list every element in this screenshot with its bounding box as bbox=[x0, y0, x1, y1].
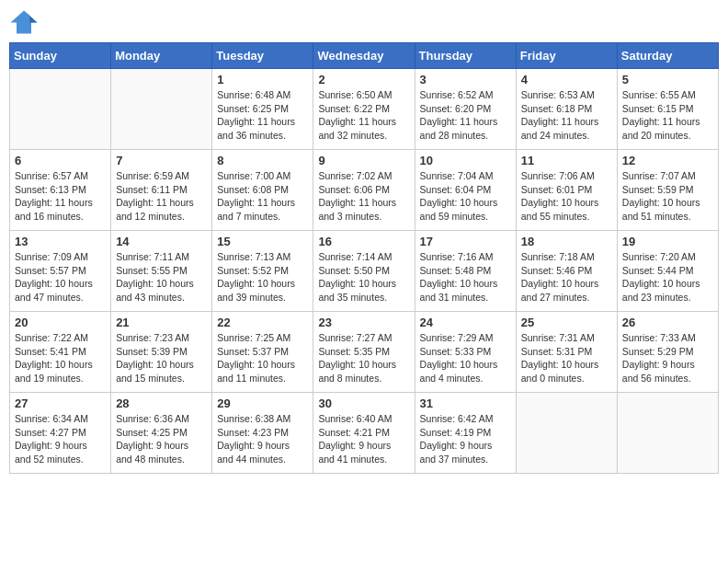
day-info: Sunrise: 7:20 AM Sunset: 5:44 PM Dayligh… bbox=[622, 250, 713, 304]
day-number: 31 bbox=[420, 396, 511, 410]
calendar-cell: 27Sunrise: 6:34 AM Sunset: 4:27 PM Dayli… bbox=[10, 393, 111, 474]
day-number: 3 bbox=[420, 73, 511, 86]
weekday-header-row: SundayMondayTuesdayWednesdayThursdayFrid… bbox=[10, 43, 719, 69]
calendar-cell: 14Sunrise: 7:11 AM Sunset: 5:55 PM Dayli… bbox=[111, 231, 212, 312]
calendar-week-3: 13Sunrise: 7:09 AM Sunset: 5:57 PM Dayli… bbox=[10, 231, 719, 312]
calendar-cell: 15Sunrise: 7:13 AM Sunset: 5:52 PM Dayli… bbox=[212, 231, 313, 312]
calendar-table: SundayMondayTuesdayWednesdayThursdayFrid… bbox=[9, 42, 719, 474]
day-info: Sunrise: 6:59 AM Sunset: 6:11 PM Dayligh… bbox=[116, 169, 207, 224]
calendar-week-5: 27Sunrise: 6:34 AM Sunset: 4:27 PM Dayli… bbox=[10, 393, 719, 474]
header bbox=[9, 9, 719, 35]
day-info: Sunrise: 7:33 AM Sunset: 5:29 PM Dayligh… bbox=[622, 331, 713, 385]
calendar-cell: 11Sunrise: 7:06 AM Sunset: 6:01 PM Dayli… bbox=[516, 150, 617, 231]
day-number: 28 bbox=[116, 396, 207, 410]
day-info: Sunrise: 6:52 AM Sunset: 6:20 PM Dayligh… bbox=[420, 88, 511, 143]
day-number: 2 bbox=[318, 73, 409, 86]
day-info: Sunrise: 6:57 AM Sunset: 6:13 PM Dayligh… bbox=[15, 169, 106, 224]
day-info: Sunrise: 6:48 AM Sunset: 6:25 PM Dayligh… bbox=[217, 88, 308, 143]
day-info: Sunrise: 7:16 AM Sunset: 5:48 PM Dayligh… bbox=[420, 250, 511, 304]
calendar-cell: 24Sunrise: 7:29 AM Sunset: 5:33 PM Dayli… bbox=[415, 312, 516, 393]
weekday-header-thursday: Thursday bbox=[415, 43, 516, 69]
day-number: 19 bbox=[622, 235, 713, 248]
day-number: 15 bbox=[217, 235, 308, 248]
calendar-cell: 20Sunrise: 7:22 AM Sunset: 5:41 PM Dayli… bbox=[10, 312, 111, 393]
day-number: 21 bbox=[116, 316, 207, 329]
day-number: 14 bbox=[116, 235, 207, 248]
day-number: 8 bbox=[217, 154, 308, 167]
day-number: 7 bbox=[116, 154, 207, 167]
calendar-cell: 16Sunrise: 7:14 AM Sunset: 5:50 PM Dayli… bbox=[313, 231, 415, 312]
weekday-header-tuesday: Tuesday bbox=[212, 43, 313, 69]
calendar-cell: 5Sunrise: 6:55 AM Sunset: 6:15 PM Daylig… bbox=[617, 69, 718, 150]
calendar-cell: 10Sunrise: 7:04 AM Sunset: 6:04 PM Dayli… bbox=[415, 150, 516, 231]
calendar-cell: 28Sunrise: 6:36 AM Sunset: 4:25 PM Dayli… bbox=[111, 393, 212, 474]
day-info: Sunrise: 6:42 AM Sunset: 4:19 PM Dayligh… bbox=[420, 412, 511, 466]
calendar-cell: 17Sunrise: 7:16 AM Sunset: 5:48 PM Dayli… bbox=[415, 231, 516, 312]
day-info: Sunrise: 6:38 AM Sunset: 4:23 PM Dayligh… bbox=[217, 412, 308, 466]
day-number: 17 bbox=[420, 235, 511, 248]
day-number: 22 bbox=[217, 316, 308, 329]
day-info: Sunrise: 7:00 AM Sunset: 6:08 PM Dayligh… bbox=[217, 169, 308, 224]
day-number: 20 bbox=[15, 316, 106, 329]
calendar-cell: 3Sunrise: 6:52 AM Sunset: 6:20 PM Daylig… bbox=[415, 69, 516, 150]
calendar-cell: 7Sunrise: 6:59 AM Sunset: 6:11 PM Daylig… bbox=[111, 150, 212, 231]
day-number: 1 bbox=[217, 73, 308, 86]
calendar-cell bbox=[10, 69, 111, 150]
calendar-cell: 8Sunrise: 7:00 AM Sunset: 6:08 PM Daylig… bbox=[212, 150, 313, 231]
calendar-cell: 13Sunrise: 7:09 AM Sunset: 5:57 PM Dayli… bbox=[10, 231, 111, 312]
day-info: Sunrise: 6:50 AM Sunset: 6:22 PM Dayligh… bbox=[318, 88, 409, 143]
day-info: Sunrise: 7:04 AM Sunset: 6:04 PM Dayligh… bbox=[420, 169, 511, 224]
day-info: Sunrise: 6:55 AM Sunset: 6:15 PM Dayligh… bbox=[622, 88, 713, 143]
day-info: Sunrise: 6:40 AM Sunset: 4:21 PM Dayligh… bbox=[318, 412, 409, 466]
calendar-week-2: 6Sunrise: 6:57 AM Sunset: 6:13 PM Daylig… bbox=[10, 150, 719, 231]
day-info: Sunrise: 7:13 AM Sunset: 5:52 PM Dayligh… bbox=[217, 250, 308, 304]
day-info: Sunrise: 7:29 AM Sunset: 5:33 PM Dayligh… bbox=[420, 331, 511, 385]
calendar-cell: 21Sunrise: 7:23 AM Sunset: 5:39 PM Dayli… bbox=[111, 312, 212, 393]
calendar-cell bbox=[111, 69, 212, 150]
day-number: 10 bbox=[420, 154, 511, 167]
calendar-cell: 9Sunrise: 7:02 AM Sunset: 6:06 PM Daylig… bbox=[313, 150, 415, 231]
calendar-week-4: 20Sunrise: 7:22 AM Sunset: 5:41 PM Dayli… bbox=[10, 312, 719, 393]
logo bbox=[9, 9, 42, 35]
calendar-cell: 12Sunrise: 7:07 AM Sunset: 5:59 PM Dayli… bbox=[617, 150, 718, 231]
calendar-cell: 23Sunrise: 7:27 AM Sunset: 5:35 PM Dayli… bbox=[313, 312, 415, 393]
calendar-cell: 22Sunrise: 7:25 AM Sunset: 5:37 PM Dayli… bbox=[212, 312, 313, 393]
day-number: 24 bbox=[420, 316, 511, 329]
day-info: Sunrise: 7:25 AM Sunset: 5:37 PM Dayligh… bbox=[217, 331, 308, 385]
day-info: Sunrise: 7:22 AM Sunset: 5:41 PM Dayligh… bbox=[15, 331, 106, 385]
calendar-cell: 4Sunrise: 6:53 AM Sunset: 6:18 PM Daylig… bbox=[516, 69, 617, 150]
day-number: 30 bbox=[318, 396, 409, 410]
calendar-cell: 29Sunrise: 6:38 AM Sunset: 4:23 PM Dayli… bbox=[212, 393, 313, 474]
calendar-cell bbox=[516, 393, 617, 474]
day-info: Sunrise: 7:31 AM Sunset: 5:31 PM Dayligh… bbox=[521, 331, 612, 385]
calendar-cell: 6Sunrise: 6:57 AM Sunset: 6:13 PM Daylig… bbox=[10, 150, 111, 231]
calendar-cell: 1Sunrise: 6:48 AM Sunset: 6:25 PM Daylig… bbox=[212, 69, 313, 150]
day-info: Sunrise: 7:23 AM Sunset: 5:39 PM Dayligh… bbox=[116, 331, 207, 385]
day-info: Sunrise: 7:27 AM Sunset: 5:35 PM Dayligh… bbox=[318, 331, 409, 385]
day-number: 9 bbox=[318, 154, 409, 167]
day-number: 16 bbox=[318, 235, 409, 248]
weekday-header-wednesday: Wednesday bbox=[313, 43, 415, 69]
day-info: Sunrise: 6:34 AM Sunset: 4:27 PM Dayligh… bbox=[15, 412, 106, 466]
calendar-cell: 31Sunrise: 6:42 AM Sunset: 4:19 PM Dayli… bbox=[415, 393, 516, 474]
weekday-header-sunday: Sunday bbox=[10, 43, 111, 69]
calendar-cell bbox=[617, 393, 718, 474]
day-info: Sunrise: 6:36 AM Sunset: 4:25 PM Dayligh… bbox=[116, 412, 207, 466]
day-number: 27 bbox=[15, 396, 106, 410]
calendar-cell: 26Sunrise: 7:33 AM Sunset: 5:29 PM Dayli… bbox=[617, 312, 718, 393]
day-number: 23 bbox=[318, 316, 409, 329]
logo-icon bbox=[9, 9, 39, 35]
day-number: 6 bbox=[15, 154, 106, 167]
day-info: Sunrise: 7:07 AM Sunset: 5:59 PM Dayligh… bbox=[622, 169, 713, 224]
day-number: 26 bbox=[622, 316, 713, 329]
day-info: Sunrise: 7:09 AM Sunset: 5:57 PM Dayligh… bbox=[15, 250, 106, 304]
weekday-header-monday: Monday bbox=[111, 43, 212, 69]
day-number: 12 bbox=[622, 154, 713, 167]
day-info: Sunrise: 7:18 AM Sunset: 5:46 PM Dayligh… bbox=[521, 250, 612, 304]
day-info: Sunrise: 7:02 AM Sunset: 6:06 PM Dayligh… bbox=[318, 169, 409, 224]
day-number: 5 bbox=[622, 73, 713, 86]
day-number: 13 bbox=[15, 235, 106, 248]
calendar-cell: 18Sunrise: 7:18 AM Sunset: 5:46 PM Dayli… bbox=[516, 231, 617, 312]
weekday-header-saturday: Saturday bbox=[617, 43, 718, 69]
day-info: Sunrise: 7:14 AM Sunset: 5:50 PM Dayligh… bbox=[318, 250, 409, 304]
